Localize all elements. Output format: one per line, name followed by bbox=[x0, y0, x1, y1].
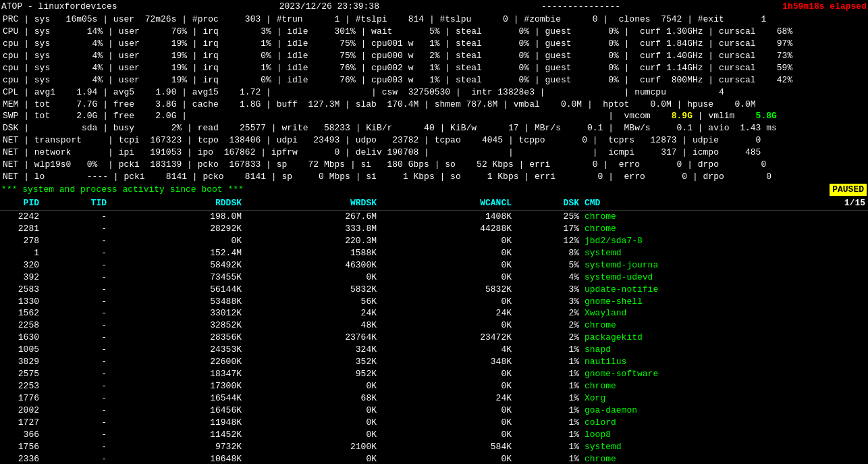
table-row: 1756-9732K2100K584K1%systemd bbox=[0, 441, 868, 453]
col-header-tid: TID bbox=[42, 197, 109, 209]
col-pid: 1330 bbox=[1, 296, 42, 308]
col-rddsk: 32852K bbox=[109, 319, 244, 332]
sysline-6: CPL | avg1 1.94 | avg5 1.90 | avg15 1.72… bbox=[1, 86, 867, 99]
col-dsk: 17% bbox=[514, 223, 582, 235]
col-dsk: 1% bbox=[514, 344, 582, 356]
col-wrdsk: 24K bbox=[244, 307, 379, 319]
col-header-pid: PID bbox=[1, 197, 42, 209]
col-dsk: 2% bbox=[514, 332, 582, 344]
col-wcancl: 0K bbox=[379, 319, 514, 332]
col-pid: 1727 bbox=[1, 417, 42, 429]
table-row: 2281-28292K333.8M44288K17%chrome bbox=[0, 223, 868, 235]
col-wcancl: 584K bbox=[379, 441, 514, 453]
col-wcancl: 0K bbox=[379, 368, 514, 380]
col-wcancl: 0K bbox=[379, 405, 514, 417]
table-row: 2258-32852K48K0K2%chrome bbox=[0, 319, 868, 332]
col-cmd: systemd bbox=[582, 441, 867, 453]
col-rddsk: 16456K bbox=[109, 405, 244, 417]
col-header-wrdsk: WRDSK bbox=[244, 197, 379, 209]
col-dsk: 2% bbox=[514, 307, 582, 319]
col-pid: 2258 bbox=[1, 319, 42, 332]
col-rddsk: 9732K bbox=[109, 441, 244, 453]
table-row: 2336-10648K0K0K1%chrome bbox=[0, 453, 868, 464]
col-tid: - bbox=[42, 259, 109, 272]
col-wrdsk: 1588K bbox=[244, 247, 379, 259]
sysline-10: NET | transport | tcpi 167323 | tcpo 138… bbox=[1, 134, 867, 147]
col-tid: - bbox=[42, 368, 109, 380]
col-tid: - bbox=[42, 405, 109, 417]
col-pid: 320 bbox=[1, 259, 42, 272]
table-row: 1776-16544K68K24K1%Xorg bbox=[0, 392, 868, 405]
col-wcancl: 0K bbox=[379, 296, 514, 308]
col-dsk: 8% bbox=[514, 247, 582, 259]
col-wcancl: 0K bbox=[379, 380, 514, 392]
col-tid: - bbox=[42, 380, 109, 392]
col-wcancl: 348K bbox=[379, 356, 514, 368]
col-cmd: jbd2/sda7-8 bbox=[582, 235, 867, 247]
elapsed: 1h59m18s elapsed bbox=[782, 1, 867, 13]
table-row: 1727-11948K0K0K1%colord bbox=[0, 417, 868, 429]
col-wcancl: 0K bbox=[379, 272, 514, 284]
col-dsk: 1% bbox=[514, 453, 582, 464]
col-pid: 278 bbox=[1, 235, 42, 247]
col-cmd: gnome-shell bbox=[582, 296, 867, 308]
col-cmd: systemd-journa bbox=[582, 259, 867, 272]
col-tid: - bbox=[42, 223, 109, 235]
col-pid: 2242 bbox=[1, 211, 42, 223]
app-title: ATOP - linuxfordevices bbox=[1, 1, 117, 13]
table-row: 1-152.4M1588K0K8%systemd bbox=[0, 247, 868, 259]
col-dsk: 1% bbox=[514, 392, 582, 405]
col-rddsk: 11452K bbox=[109, 429, 244, 441]
col-rddsk: 10648K bbox=[109, 453, 244, 464]
table-row: 392-73455K0K0K4%systemd-udevd bbox=[0, 272, 868, 284]
col-pid: 1562 bbox=[1, 307, 42, 319]
col-cmd: update-notifie bbox=[582, 284, 867, 296]
col-wrdsk: 0K bbox=[244, 417, 379, 429]
col-wcancl: 0K bbox=[379, 429, 514, 441]
col-pid: 1776 bbox=[1, 392, 42, 405]
table-row: 1005-24353K324K4K1%snapd bbox=[0, 344, 868, 356]
col-wrdsk: 56K bbox=[244, 296, 379, 308]
col-tid: - bbox=[42, 392, 109, 405]
col-cmd: loop8 bbox=[582, 429, 867, 441]
col-pid: 1756 bbox=[1, 441, 42, 453]
table-header: PID TID RDDSK WRDSK WCANCL DSK CMD 1/15 bbox=[0, 197, 868, 211]
col-wrdsk: 0K bbox=[244, 429, 379, 441]
col-pid: 392 bbox=[1, 272, 42, 284]
col-rddsk: 28356K bbox=[109, 332, 244, 344]
datetime: 2023/12/26 23:39:38 bbox=[279, 1, 379, 13]
col-cmd: systemd-udevd bbox=[582, 272, 867, 284]
table-row: 1562-33012K24K24K2%Xwayland bbox=[0, 307, 868, 319]
col-rddsk: 56144K bbox=[109, 284, 244, 296]
col-dsk: 1% bbox=[514, 368, 582, 380]
col-pid: 1005 bbox=[1, 344, 42, 356]
col-wcancl: 24K bbox=[379, 307, 514, 319]
col-wcancl: 0K bbox=[379, 417, 514, 429]
col-header-wcancl: WCANCL bbox=[379, 197, 514, 209]
col-pid: 2253 bbox=[1, 380, 42, 392]
terminal: ATOP - linuxfordevices 2023/12/26 23:39:… bbox=[0, 0, 868, 464]
sysline-2: cpu | sys 4% | user 19% | irq 1% | idle … bbox=[1, 38, 867, 50]
col-tid: - bbox=[42, 332, 109, 344]
col-wrdsk: 2100K bbox=[244, 441, 379, 453]
col-cmd: chrome bbox=[582, 380, 867, 392]
col-rddsk: 58492K bbox=[109, 259, 244, 272]
col-rddsk: 28292K bbox=[109, 223, 244, 235]
col-cmd: goa-daemon bbox=[582, 405, 867, 417]
col-wrdsk: 5832K bbox=[244, 284, 379, 296]
col-cmd: chrome bbox=[582, 319, 867, 332]
sysline-13: NET | lo ---- | pcki 8141 | pcko 8141 | … bbox=[1, 171, 867, 183]
col-wcancl: 0K bbox=[379, 235, 514, 247]
col-rddsk: 17300K bbox=[109, 380, 244, 392]
col-rddsk: 33012K bbox=[109, 307, 244, 319]
col-tid: - bbox=[42, 344, 109, 356]
col-dsk: 5% bbox=[514, 259, 582, 272]
col-pid: 2583 bbox=[1, 284, 42, 296]
col-cmd: snapd bbox=[582, 344, 867, 356]
col-cmd: Xwayland bbox=[582, 307, 867, 319]
separator: --------------- bbox=[541, 1, 620, 13]
col-rddsk: 11948K bbox=[109, 417, 244, 429]
col-rddsk: 73455K bbox=[109, 272, 244, 284]
col-cmd: chrome bbox=[582, 223, 867, 235]
col-wcancl: 5832K bbox=[379, 284, 514, 296]
